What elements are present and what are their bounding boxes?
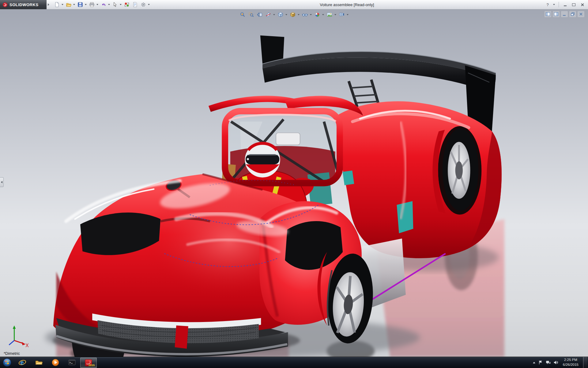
select-cursor-icon [112,2,118,7]
select-button[interactable] [111,1,119,9]
document-minimize-button[interactable] [561,11,568,17]
save-button[interactable] [76,1,84,9]
options-gear-icon [141,2,146,7]
undo-icon [101,2,106,7]
appearance-dropdown[interactable] [322,14,324,15]
document-title: Voiture assemblee [Read-only] [320,2,374,7]
taskbar-item-command-prompt[interactable] [64,357,80,368]
appearance-sphere-icon [314,12,320,18]
document-restore-button[interactable] [569,11,576,17]
display-style-dropdown[interactable] [298,14,300,15]
display-style-icon [290,12,296,18]
taskbar-item-solidworks[interactable]: 2015 [80,358,97,368]
save-dropdown[interactable] [85,4,87,5]
section-view-icon [265,12,271,18]
view-settings-button[interactable] [338,11,346,18]
roll-hoop-camera-box [276,133,300,145]
taskbar-item-internet-explorer[interactable]: e [14,357,31,368]
view-orientation-cube-icon [277,12,284,18]
clock-date: 6/26/2015 [563,362,579,367]
left-arrow-icon [1,181,2,183]
solidworks-logo-icon [2,2,8,7]
display-pane-icon [545,12,550,17]
media-player-icon [51,358,59,366]
graphics-area[interactable]: X [0,9,588,357]
undo-button[interactable] [100,1,107,9]
section-view-button[interactable] [264,11,272,18]
zoom-to-fit-button[interactable] [239,11,247,18]
apply-scene-button[interactable] [326,11,334,18]
doc-close-icon [579,12,583,17]
internet-explorer-icon: e [18,358,26,366]
cockpit-vent-cyan[interactable] [343,171,354,185]
open-button[interactable] [65,1,73,9]
save-icon [77,2,83,7]
taskbar-clock[interactable]: 2:25 PM 6/26/2015 [561,358,580,367]
network-icon [546,360,551,365]
taskbar-item-windows-explorer[interactable] [31,357,47,368]
rear-wheel[interactable] [432,126,481,214]
apply-scene-dropdown[interactable] [334,14,336,15]
zoom-to-fit-icon [239,12,246,18]
solidworks-window: { "titlebar": { "brand": "SOLIDWORKS", "… [0,0,588,368]
edit-appearance-button[interactable] [313,11,321,18]
solidworks-logo[interactable]: SOLIDWORKS [0,0,47,9]
action-center-tray-item[interactable] [538,360,543,365]
start-button[interactable] [0,357,14,368]
menu-expand-arrow[interactable] [48,3,49,6]
new-dropdown[interactable] [62,4,63,5]
select-dropdown[interactable] [120,4,122,5]
menu-toolbar [53,1,151,9]
close-button[interactable] [579,2,586,8]
folder-icon [35,358,43,366]
triad-x-label: X [25,343,29,348]
options-button[interactable] [139,1,147,9]
show-desktop-button[interactable] [583,357,587,368]
brand-text: SOLIDWORKS [9,2,39,7]
volume-tray-item[interactable] [553,360,558,365]
hide-show-dropdown[interactable] [310,14,312,15]
hide-show-items-button[interactable] [301,11,309,18]
apply-scene-icon [326,12,333,18]
minimize-button[interactable] [562,2,568,8]
clock-time: 2:25 PM [563,358,579,362]
maximize-button[interactable] [570,2,577,8]
network-tray-item[interactable] [546,360,551,365]
solidworks-version-badge: 2015 [89,364,95,367]
divider [559,2,559,7]
command-prompt-icon [68,358,76,366]
zoom-to-area-icon [248,12,254,18]
featuremanager-pane-toggle[interactable] [553,11,560,17]
view-orientation-label: *Dimetric [4,351,20,356]
rebuild-button[interactable] [123,1,131,9]
file-properties-button[interactable] [131,1,139,9]
taskbar-item-media-player[interactable] [47,357,64,368]
open-folder-icon [66,2,71,7]
zoom-to-area-button[interactable] [247,11,255,18]
view-orientation-dropdown[interactable] [285,14,287,15]
tray-expand-button[interactable] [533,362,535,363]
side-intake-cyan[interactable] [397,201,413,233]
previous-view-button[interactable] [256,11,264,18]
previous-view-icon [257,12,263,18]
print-button[interactable] [88,1,96,9]
document-close-button[interactable] [578,11,584,17]
display-pane-toggle[interactable] [545,11,551,17]
view-orientation-button[interactable] [277,11,285,18]
section-view-dropdown[interactable] [273,14,275,15]
print-dropdown[interactable] [96,4,98,5]
view-settings-dropdown[interactable] [347,14,349,15]
doc-minimize-icon [562,12,567,17]
open-dropdown[interactable] [73,4,75,5]
display-style-button[interactable] [289,11,297,18]
new-document-button[interactable] [53,1,61,9]
up-arrow-icon [533,362,535,363]
featuremanager-flyout-arrow[interactable] [0,177,4,187]
options-dropdown[interactable] [148,4,150,5]
help-button[interactable]: ? [544,2,551,8]
help-dropdown[interactable] [553,4,555,5]
car-3d-model[interactable]: X [0,9,588,357]
view-settings-camera-icon [339,12,345,18]
new-document-icon [54,2,60,7]
undo-dropdown[interactable] [108,4,110,5]
